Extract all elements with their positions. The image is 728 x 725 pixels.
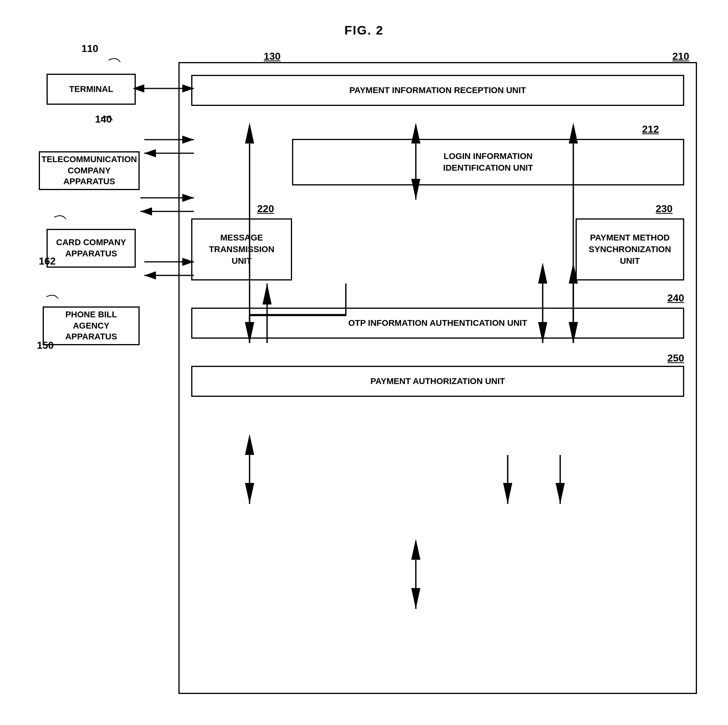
right-column: 130 210 PAYMENT INFORMATION RECEPTION UN… — [178, 50, 697, 694]
ref-140: 140 — [95, 113, 112, 125]
ref-212: 212 — [642, 123, 659, 135]
payment-auth-box: PAYMENT AUTHORIZATION UNIT — [191, 366, 684, 397]
telecom-box: TELECOMMUNICATION COMPANY APPARATUS — [39, 151, 140, 190]
ref-240: 240 — [667, 292, 684, 304]
ref-110: 110 — [81, 43, 98, 55]
left-column: 110 TERMINAL 140 TELECOMMUNICATION COMPA… — [31, 50, 155, 694]
ref-230: 230 — [656, 203, 673, 215]
payment-reception-box: PAYMENT INFORMATION RECEPTION UNIT — [191, 75, 684, 106]
ref-130: 130 — [264, 50, 280, 62]
page-title: FIG. 2 — [0, 23, 728, 38]
ref-220: 220 — [257, 203, 274, 215]
payment-sync-box: PAYMENT METHOD SYNCHRONIZATION UNIT — [576, 218, 684, 280]
message-tx-box: MESSAGE TRANSMISSION UNIT — [191, 218, 292, 280]
main-border-box: PAYMENT INFORMATION RECEPTION UNIT 212 L… — [178, 62, 697, 694]
ref-210: 210 — [673, 50, 689, 62]
ref-150: 150 — [37, 339, 54, 351]
phone-box: PHONE BILL AGENCY APPARATUS — [43, 306, 140, 345]
card-box: CARD COMPANY APPARATUS — [47, 229, 136, 268]
ref-250: 250 — [667, 352, 684, 364]
login-id-box: LOGIN INFORMATION IDENTIFICATION UNIT — [292, 139, 684, 185]
otp-auth-box: OTP INFORMATION AUTHENTICATION UNIT — [191, 308, 684, 339]
ref-162: 162 — [39, 255, 55, 267]
terminal-box: TERMINAL — [47, 74, 136, 105]
